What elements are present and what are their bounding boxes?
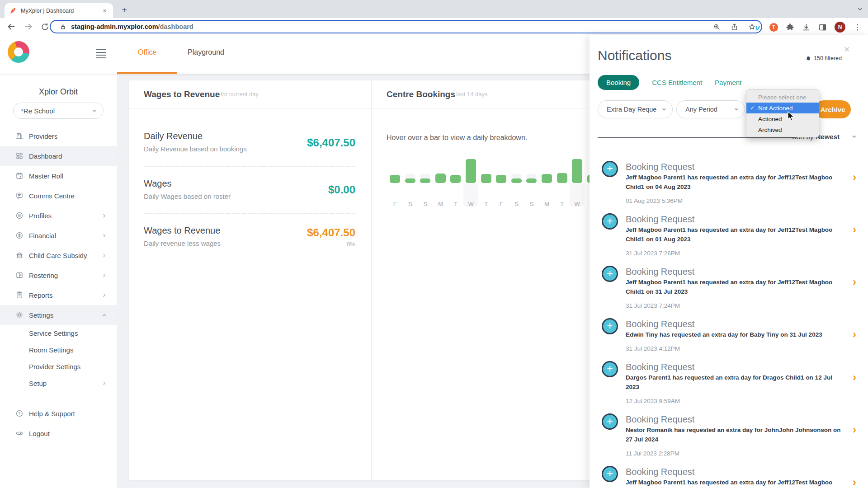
school-selector[interactable]: *Re School	[13, 103, 104, 119]
sidebar-item-rostering[interactable]: Rostering	[0, 265, 117, 285]
notification-item[interactable]: +Booking RequestJeff Magboo Parent1 has …	[602, 266, 868, 310]
share-icon[interactable]	[731, 23, 738, 31]
chart-column-S[interactable]	[524, 154, 539, 183]
downloads-icon[interactable]	[802, 23, 811, 32]
zoom-page-icon[interactable]	[713, 23, 721, 31]
new-tab-button[interactable]: +	[118, 5, 130, 16]
chart-column-F[interactable]	[387, 154, 403, 183]
notification-tab-ccs-entitlement[interactable]: CCS Entitlement	[652, 75, 702, 90]
notification-tab-payment[interactable]: Payment	[715, 75, 741, 90]
chart-column-F[interactable]	[494, 154, 509, 183]
tab-search-chevron-icon[interactable]	[856, 5, 863, 13]
period-filter-select[interactable]: Any Period	[676, 100, 745, 118]
sidebar-item-providers[interactable]: Providers	[0, 126, 117, 146]
sidebar-item-comms-centre[interactable]: Comms Centre	[0, 186, 117, 206]
reload-icon[interactable]	[41, 23, 49, 31]
extensions-puzzle-icon[interactable]	[786, 23, 794, 32]
panel-close-icon[interactable]: ✕	[844, 45, 850, 54]
chart-column-W[interactable]	[463, 154, 479, 183]
booking-bar[interactable]	[420, 178, 430, 183]
booking-bar[interactable]	[481, 174, 491, 183]
booking-bar[interactable]	[405, 178, 415, 183]
logout-icon	[15, 429, 24, 437]
sidebar-item-child-care-subsidy[interactable]: Child Care Subsidy	[0, 245, 117, 265]
chart-column-T[interactable]	[479, 154, 494, 183]
notification-desc: Jeff Magboo Parent1 has requested an ext…	[626, 478, 842, 488]
notification-item[interactable]: +Booking RequestJeff Magboo Parent1 has …	[602, 466, 868, 488]
dropdown-option-actioned[interactable]: Actioned	[746, 113, 819, 124]
metric-percent: 0%	[307, 241, 355, 248]
type-filter-select[interactable]: Extra Day Reque	[598, 100, 673, 118]
metric-value: $6,407.50	[307, 226, 355, 239]
sidebar-item-master-roll[interactable]: Master Roll	[0, 166, 117, 186]
sidebar-item-reports[interactable]: Reports	[0, 285, 117, 305]
notification-item[interactable]: +Booking RequestJeff Magboo Parent1 has …	[602, 161, 868, 205]
profile-avatar[interactable]: N	[835, 22, 845, 33]
archive-button[interactable]: Archive	[815, 100, 851, 118]
notification-item[interactable]: +Booking RequestJeff Magboo Parent1 has …	[602, 213, 868, 258]
chevron-right-icon[interactable]: ›	[853, 277, 856, 286]
chart-column-W[interactable]	[570, 154, 585, 183]
tab-close-icon[interactable]: ×	[101, 7, 108, 14]
booking-bar[interactable]	[496, 175, 506, 183]
sidebar-item-settings[interactable]: Settings	[0, 305, 117, 325]
booking-bar[interactable]	[526, 178, 537, 183]
forward-icon[interactable]	[24, 22, 33, 32]
sidebar-item-logout[interactable]: Logout	[0, 423, 117, 443]
chart-column-M[interactable]	[433, 154, 448, 183]
booking-bar[interactable]	[435, 174, 446, 183]
sidebar-item-help-support[interactable]: Help & Support	[0, 404, 117, 423]
booking-bar[interactable]	[542, 174, 552, 183]
booking-plus-icon: +	[602, 318, 618, 334]
dropdown-option-not-actioned[interactable]: ✓Not Actioned	[746, 103, 819, 113]
chevron-right-icon[interactable]: ›	[853, 330, 856, 339]
sidebar-item-profiles[interactable]: Profiles	[0, 206, 117, 225]
book-icon	[15, 271, 24, 279]
notification-item[interactable]: +Booking RequestEdwin Tiny has requested…	[602, 318, 868, 353]
chart-column-T[interactable]	[555, 154, 570, 183]
chart-column-M[interactable]	[539, 154, 555, 183]
lock-icon[interactable]	[60, 23, 66, 30]
chevron-right-icon[interactable]: ›	[853, 478, 856, 487]
chevron-right-icon[interactable]: ›	[853, 425, 856, 434]
metric-row: WagesDaily Wages based on roster$0.00	[144, 167, 355, 214]
dropdown-option-archived[interactable]: Archived	[746, 124, 819, 135]
day-label: S	[403, 201, 418, 207]
chart-column-S[interactable]	[418, 154, 433, 183]
notification-item[interactable]: +Booking RequestDargos Parent1 has reque…	[602, 361, 868, 405]
booking-bar[interactable]	[390, 175, 400, 183]
address-bar[interactable]: staging-admin.myxplor.com/dashboard	[50, 20, 762, 33]
booking-bar[interactable]	[450, 175, 461, 183]
side-panel-icon[interactable]	[818, 23, 827, 32]
booking-bar[interactable]	[466, 159, 476, 183]
sidebar-item-dashboard[interactable]: Dashboard	[0, 146, 117, 166]
chart-column-S[interactable]	[509, 154, 524, 183]
chart-column-T[interactable]	[448, 154, 463, 183]
tab-playground[interactable]: Playground	[188, 48, 224, 56]
browser-tab[interactable]: MyXplor | Dashboard ×	[5, 3, 113, 18]
browser-menu-icon[interactable]	[853, 23, 862, 32]
sidebar-item-setup[interactable]: Setup	[0, 375, 117, 392]
menu-hamburger-icon[interactable]	[96, 49, 106, 58]
notifications-panel: ✕ Notifications 150 filtered BookingCCS …	[590, 35, 868, 488]
booking-bar[interactable]	[572, 159, 582, 183]
tab-office[interactable]: Office	[138, 48, 157, 56]
booking-bar[interactable]	[557, 173, 567, 183]
chart-column-S[interactable]	[403, 154, 418, 183]
chevron-right-icon[interactable]: ›	[853, 225, 856, 234]
browser-tab-bar: MyXplor | Dashboard × +	[0, 0, 868, 18]
sidebar-item-service-settings[interactable]: Service Settings	[0, 325, 117, 342]
notification-tab-booking[interactable]: Booking	[598, 75, 639, 90]
person-icon	[15, 211, 24, 220]
booking-bar[interactable]	[511, 178, 522, 183]
vimeo-extension-icon[interactable]: v	[753, 23, 762, 32]
chevron-right-icon[interactable]: ›	[853, 173, 856, 182]
sidebar-item-provider-settings[interactable]: Provider Settings	[0, 358, 117, 375]
chevron-right-icon[interactable]: ›	[853, 373, 856, 382]
back-icon[interactable]	[6, 22, 16, 32]
t-extension-icon[interactable]: T	[769, 23, 778, 32]
sidebar-item-financial[interactable]: Financial	[0, 225, 117, 245]
booking-plus-icon: +	[602, 161, 618, 177]
notification-item[interactable]: +Booking RequestNestor Romanik has reque…	[602, 413, 868, 458]
sidebar-item-room-settings[interactable]: Room Settings	[0, 342, 117, 358]
